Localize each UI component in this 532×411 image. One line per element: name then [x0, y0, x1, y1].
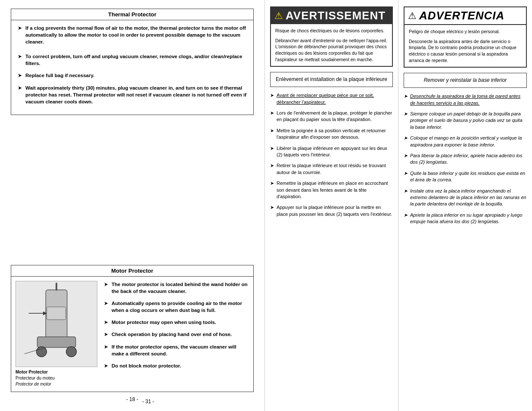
motor-bullet-5: ➤ If the motor protector opens, the vacu… [104, 343, 249, 357]
es-bullet-text-3: Coloque el mango en la posición vertical… [410, 135, 527, 148]
motor-image-area: Motor Protector Protecteur du moteu Prot… [16, 281, 100, 387]
fr-arrow-2: ➤ [270, 110, 274, 116]
es-bullets: ➤ Desenchufe la aspiradora de la toma de… [404, 93, 527, 225]
thermal-bullet-4: ➤ Wait approximately thirty (30) minutes… [18, 84, 247, 105]
svg-rect-5 [47, 307, 66, 320]
avertissement-header: ⚠ AVERTISSEMENT [271, 7, 392, 24]
motor-diagram [16, 281, 97, 367]
warning-icon-es: ⚠ [408, 10, 417, 22]
es-bullet-4: ➤ Para liberar la place inferior, apriet… [404, 153, 527, 166]
thermal-protector-title: Thermal Protector [11, 9, 253, 20]
advertencia-header: ⚠ ADVERTENCIA [404, 7, 526, 25]
motor-bullet-text-6: Do not block motor protector. [112, 362, 181, 369]
fr-bullet-7: ➤ Appuyer sur la plaque inférieure pour … [270, 204, 393, 218]
advertencia-body: Peligro de choque eléctrico y lesión per… [404, 25, 526, 67]
avertissement-title: AVERTISSEMENT [286, 9, 386, 22]
thermal-protector-section: Thermal Protector ➤ If a clog prevents t… [11, 9, 254, 115]
arrow-icon-m1: ➤ [104, 281, 108, 287]
avertissement-body: Risque de chocs électriques ou de lésion… [271, 24, 392, 66]
es-section-title: Remover y reinstalar la base inferior [404, 73, 527, 88]
svg-point-4 [66, 346, 77, 357]
advertencia-box: ⚠ ADVERTENCIA Peligro de choque eléctric… [404, 6, 527, 68]
motor-bullet-text-4: Check operation by placing hand over end… [112, 331, 232, 338]
fr-bullet-text-5: Retirer la plaque inférieure et tout rés… [277, 162, 393, 176]
fr-bullet-text-6: Remettre la plaque inférieure en place e… [277, 180, 393, 200]
avertissement-line2: Débrancher avant d'entretenir ou de nett… [275, 37, 388, 63]
es-bullet-6: ➤ Instale otra vez la placa inferior eng… [404, 188, 527, 208]
es-bullet-3: ➤ Coloque el mango en la posición vertic… [404, 135, 527, 148]
es-bullet-1: ➤ Desenchufe la aspiradora de la toma de… [404, 93, 527, 106]
fr-bullet-text-3: Mettre la poignée à sa position vertical… [277, 128, 393, 141]
thermal-bullet-3: ➤ Replace full bag if necessary. [18, 72, 247, 79]
arrow-icon-m6: ➤ [104, 363, 108, 369]
right-left-page: ⚠ AVERTISSEMENT Risque de chocs électriq… [265, 0, 398, 411]
es-bullet-text-1: Desenchufe la aspiradora de la toma de p… [410, 93, 527, 106]
arrow-icon-2: ➤ [18, 53, 22, 59]
left-page-number: - 18 - [11, 392, 254, 402]
es-bullet-2: ➤ Siempre coloque un papel debajo de la … [404, 111, 527, 131]
fr-bullet-6: ➤ Remettre la plaque inférieure en place… [270, 180, 393, 200]
left-page: Thermal Protector ➤ If a clog prevents t… [0, 0, 265, 411]
svg-point-3 [36, 346, 47, 357]
es-bullet-text-5: Quite la base inferior y quite los resid… [410, 170, 527, 184]
fr-bullet-text-7: Appuyer sur la plaque inférieure pour la… [277, 204, 393, 218]
avertissement-line1: Risque de chocs électriques ou de lésion… [275, 28, 388, 34]
fr-bullets: ➤ Avant de remplacer quelque pièce que c… [270, 92, 393, 218]
es-bullet-text-7: Apriete la placa inferior en su lugar ap… [410, 212, 527, 225]
right-page-number: - 31 - [142, 394, 154, 405]
arrow-icon-4: ➤ [18, 85, 22, 91]
vacuum-illustration [16, 281, 97, 367]
motor-bullet-text-5: If the motor protector opens, the vacuum… [112, 343, 249, 357]
thermal-bullet-text-4: Wait approximately thirty (30) minutes, … [25, 84, 247, 105]
thermal-bullet-2: ➤ To correct problem, turn off and unplu… [18, 53, 247, 67]
es-bullet-5: ➤ Quite la base inferior y quite los res… [404, 170, 527, 184]
fr-bullet-text-2: Lors de l'enlèvement de la plaque, proté… [277, 110, 393, 123]
thermal-protector-content: ➤ If a clog prevents the normal flow of … [11, 20, 253, 115]
svg-rect-2 [37, 337, 75, 348]
warning-icon-fr: ⚠ [274, 10, 283, 22]
motor-protector-title: Motor Protector [11, 265, 253, 277]
es-bullet-text-2: Siempre coloque un papel debajo de la bo… [410, 111, 527, 131]
arrow-icon-m2: ➤ [104, 300, 108, 306]
motor-bullet-3: ➤ Motor protector may open when using to… [104, 319, 249, 326]
motor-bullet-text-3: Motor protector may open when using tool… [112, 319, 216, 326]
motor-bullet-4: ➤ Check operation by placing hand over e… [104, 331, 249, 338]
fr-bullet-text-1: Avant de remplacer quelque pièce que ce … [277, 92, 393, 106]
motor-bullet-text-1: The motor protector is located behind th… [112, 281, 249, 295]
motor-bullet-6: ➤ Do not block motor protector. [104, 362, 249, 369]
thermal-bullet-text-3: Replace full bag if necessary. [25, 72, 94, 79]
arrow-icon-1: ➤ [18, 25, 22, 31]
arrow-icon-m5: ➤ [104, 344, 108, 350]
es-arrow-1: ➤ [404, 93, 408, 100]
fr-bullet-text-4: Libérer la plaque inférieure en appuyant… [277, 145, 393, 159]
es-bullet-7: ➤ Apriete la placa inferior en su lugar … [404, 212, 527, 225]
motor-bullet-2: ➤ Automatically opens to provide cooling… [104, 300, 249, 314]
thermal-bullet-text-1: If a clog prevents the normal flow of ai… [25, 25, 247, 45]
motor-bullet-1: ➤ The motor protector is located behind … [104, 281, 249, 295]
fr-arrow-3: ➤ [270, 128, 274, 134]
motor-bullet-text-2: Automatically opens to provide cooling a… [112, 300, 249, 314]
thermal-bullet-text-2: To correct problem, turn off and unplug … [25, 53, 247, 67]
fr-arrow-4: ➤ [270, 145, 274, 152]
right-right-page: ⚠ ADVERTENCIA Peligro de choque eléctric… [398, 0, 532, 411]
fr-bullet-2: ➤ Lors de l'enlèvement de la plaque, pro… [270, 110, 393, 123]
es-arrow-4: ➤ [404, 153, 408, 159]
avertissement-box: ⚠ AVERTISSEMENT Risque de chocs électriq… [270, 6, 393, 67]
fr-bullet-3: ➤ Mettre la poignée à sa position vertic… [270, 128, 393, 141]
es-arrow-5: ➤ [404, 170, 408, 177]
es-arrow-2: ➤ [404, 111, 408, 117]
advertencia-line2: Desconecte la aspiradora antes de darle … [409, 38, 522, 64]
es-arrow-7: ➤ [404, 212, 408, 218]
advertencia-title: ADVERTENCIA [419, 9, 504, 22]
es-bullet-text-6: Instale otra vez la placa inferior engan… [410, 188, 527, 208]
advertencia-line1: Peligro de choque eléctrico y lesión per… [409, 28, 522, 35]
fr-arrow-1: ➤ [270, 92, 274, 99]
motor-label: Motor Protector Protecteur du moteu Prot… [16, 369, 100, 387]
fr-arrow-7: ➤ [270, 204, 274, 211]
arrow-icon-m3: ➤ [104, 319, 108, 325]
motor-protector-content: Motor Protector Protecteur du moteu Prot… [11, 277, 253, 392]
arrow-icon-m4: ➤ [104, 331, 108, 337]
motor-protector-section: Motor Protector [11, 265, 254, 392]
arrow-icon-3: ➤ [18, 72, 22, 78]
thermal-bullet-1: ➤ If a clog prevents the normal flow of … [18, 25, 247, 45]
